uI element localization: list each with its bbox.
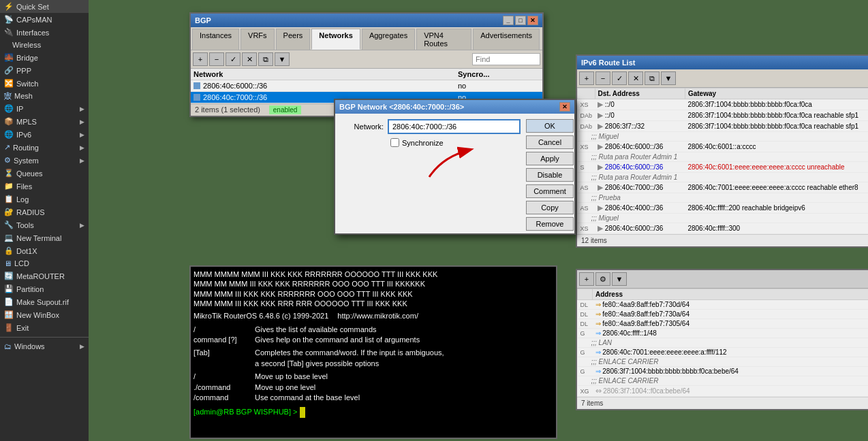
bgp-close-button[interactable]: ✕ — [527, 16, 538, 25]
sidebar-item-ppp[interactable]: 🔗 PPP — [0, 64, 89, 77]
remove-button[interactable]: Remove — [526, 217, 574, 231]
network-input[interactable] — [388, 119, 521, 134]
table-row[interactable]: XS ▶ ::/0 2806:3f7:1004:bbbb:bbbb:bbbb:f… — [578, 99, 869, 110]
flag-cell: DAb — [578, 110, 595, 121]
comment-cell: ;;; ENLACE CARRIER — [578, 376, 869, 386]
comment-button[interactable]: Comment — [526, 184, 574, 198]
terminal-prompt-line[interactable]: [admin@RB BGP WISPHUB] > — [193, 407, 553, 417]
sidebar-item-ipv6[interactable]: 🌐 IPv6 ▶ — [0, 128, 89, 141]
tab-vpn4routes[interactable]: VPN4 Routes — [416, 29, 471, 50]
remove-button[interactable]: − — [209, 52, 224, 66]
copy-button[interactable]: Copy — [526, 201, 574, 214]
flag-cell: AS — [578, 203, 595, 214]
comment-row: ;;; Ruta para Router Admin 1 — [578, 152, 869, 162]
network-value: 2806:40c:6000::/36 — [203, 82, 267, 90]
sidebar-item-exit[interactable]: 🚪 Exit — [0, 321, 89, 334]
comment-row: ;;; Miguel — [578, 132, 869, 142]
table-row[interactable]: DAb ▶ 2806:3f7::/32 2806:3f7:1004:bbbb:b… — [578, 121, 869, 132]
ipv6-check-button[interactable]: ✓ — [612, 71, 627, 85]
sidebar-item-label: Partition — [16, 285, 44, 293]
table-row[interactable]: G ⇒ 2806:3f7:1004:bbbb:bbbb:bbbb:f0ca:be… — [578, 367, 869, 376]
ipv6-window-titlebar[interactable]: IPv6 Route List _ □ ✕ — [577, 56, 868, 69]
disable-button[interactable]: Disable — [526, 168, 574, 182]
tab-aggregates[interactable]: Aggregates — [362, 29, 415, 50]
sidebar-item-routing[interactable]: ↗ Routing ▶ — [0, 141, 89, 154]
sidebar-item-label: Make Supout.rif — [16, 298, 69, 306]
sidebar-item-mesh[interactable]: 🕸 Mesh — [0, 90, 89, 102]
bgp-maximize-button[interactable]: □ — [515, 16, 526, 25]
ipv6-copy-button[interactable]: ⧉ — [645, 71, 660, 85]
sidebar-item-system[interactable]: ⚙ System ▶ — [0, 154, 89, 167]
sidebar-item-bridge[interactable]: 🌉 Bridge — [0, 51, 89, 64]
ipv6-route-table: Dst. Address Gateway Distance XS ▶ ::/0 … — [577, 88, 868, 234]
tab-networks[interactable]: Networks — [311, 29, 360, 50]
table-row[interactable]: G ⇒ 2806:40c:ffff::1/48 — [578, 329, 869, 338]
sidebar-item-new-winbox[interactable]: 🪟 New WinBox — [0, 308, 89, 321]
sidebar-item-quick-set[interactable]: ⚡ Quick Set — [0, 0, 89, 13]
search-input[interactable] — [472, 53, 540, 65]
bgp-window-title: BGP — [195, 16, 211, 24]
cancel-button[interactable]: Cancel — [526, 135, 574, 149]
sidebar-item-lcd[interactable]: 🖥 LCD — [0, 257, 89, 270]
dst-cell: ▶ 2806:40c:4000::/36 — [595, 203, 685, 214]
copy-button[interactable]: ⧉ — [258, 52, 273, 66]
table-row[interactable]: XS ▶ 2806:40c:6000::/36 2806:40c:ffff::3… — [578, 223, 869, 234]
table-row[interactable]: DAb ▶ ::/0 2806:3f7:1004:bbbb:bbbb:bbbb:… — [578, 110, 869, 121]
table-row[interactable]: 2806:40c:6000::/36 no — [191, 80, 542, 92]
apply-button[interactable]: Apply — [526, 152, 574, 165]
terminal-content[interactable]: MMM MMMM MMM III KKK KKK RRRRRRR OOOOOO … — [191, 267, 556, 438]
tab-advertisements[interactable]: Advertisements — [473, 29, 540, 50]
dialog-titlebar[interactable]: BGP Network <2806:40c:7000::/36> ✕ — [335, 100, 574, 114]
table-row[interactable]: DL ⇒ fe80::4aa9:8aff:feb7:7305/64 — [578, 319, 869, 329]
addr-cell: ⇒ fe80::4aa9:8aff:feb7:730d/64 — [593, 300, 869, 310]
table-row[interactable]: S ▶ 2806:40c:6000::/36 2806:40c:6001:eee… — [578, 162, 869, 173]
sidebar-item-switch[interactable]: 🔀 Switch — [0, 77, 89, 90]
bgp-window-titlebar[interactable]: BGP _ □ ✕ — [191, 14, 542, 27]
synchronize-checkbox[interactable] — [390, 138, 399, 147]
sidebar-item-radius[interactable]: 🔐 RADIUS — [0, 206, 89, 218]
table-row[interactable]: AS ▶ 2806:40c:4000::/36 2806:40c:ffff::2… — [578, 203, 869, 214]
sidebar-item-new-terminal[interactable]: 💻 New Terminal — [0, 231, 89, 244]
add-button[interactable]: + — [193, 52, 208, 66]
filter-button[interactable]: ▼ — [275, 52, 290, 66]
sidebar-item-mpls[interactable]: 📦 MPLS ▶ — [0, 115, 89, 128]
tab-instances[interactable]: Instances — [192, 29, 239, 50]
dot1x-icon: 🔒 — [4, 246, 14, 255]
sidebar-item-metarouter[interactable]: 🔄 MetaROUTER — [0, 270, 89, 282]
check-button[interactable]: ✓ — [226, 52, 241, 66]
table-row[interactable]: DL ⇒ fe80::4aa9:8aff:feb7:730d/64 — [578, 300, 869, 310]
ipv6-icon: 🌐 — [4, 130, 14, 139]
table-row[interactable]: XS ▶ 2806:40c:6000::/36 2806:40c:6001::a… — [578, 142, 869, 152]
dst-cell: ▶ 2806:40c:6000::/36 — [595, 223, 685, 234]
sidebar-item-wireless[interactable]: Wireless — [0, 39, 89, 51]
ipv6-add-button[interactable]: + — [579, 71, 594, 85]
bgp-minimize-button[interactable]: _ — [503, 16, 514, 25]
table-row[interactable]: DL ⇒ fe80::4aa9:8aff:feb7:730a/64 — [578, 310, 869, 319]
addr-btn1[interactable]: + — [579, 272, 594, 286]
sidebar-item-dot1x[interactable]: 🔒 Dot1X — [0, 244, 89, 257]
ipv6-disable-button[interactable]: − — [595, 71, 610, 85]
sidebar-item-queues[interactable]: ⏳ Queues — [0, 167, 89, 180]
addr-btn2[interactable]: ⚙ — [595, 272, 610, 286]
sidebar-item-interfaces[interactable]: 🔌 Interfaces — [0, 26, 89, 39]
tools-icon: 🔧 — [4, 220, 14, 229]
tab-peers[interactable]: Peers — [276, 29, 311, 50]
x-button[interactable]: ✕ — [242, 52, 257, 66]
sidebar-item-windows[interactable]: 🗂 Windows ▶ — [0, 340, 89, 353]
sidebar-item-make-supout[interactable]: 📄 Make Supout.rif — [0, 295, 89, 308]
sidebar-item-files[interactable]: 📁 Files — [0, 180, 89, 193]
tab-vrfs[interactable]: VRFs — [241, 29, 275, 50]
table-row[interactable]: G ⇒ 2806:40c:7001:eeee:eeee:eeee:a:ffff/… — [578, 348, 869, 357]
table-row[interactable]: XG ⇔ 2806:3f7:1004::f0ca:bebe/64 — [578, 386, 869, 397]
sidebar-item-capsman[interactable]: 📡 CAPsMAN — [0, 13, 89, 26]
sidebar-item-partition[interactable]: 💾 Partition — [0, 282, 89, 295]
ipv6-filter-button[interactable]: ▼ — [661, 71, 676, 85]
addr-btn3[interactable]: ▼ — [612, 272, 627, 286]
sidebar-item-ip[interactable]: 🌐 IP ▶ — [0, 102, 89, 115]
table-row[interactable]: AS ▶ 2806:40c:7000::/36 2806:40c:7001:ee… — [578, 182, 869, 193]
ok-button[interactable]: OK — [526, 119, 574, 133]
sidebar-item-tools[interactable]: 🔧 Tools ▶ — [0, 218, 89, 231]
dialog-close-button[interactable]: ✕ — [559, 102, 570, 112]
sidebar-item-log[interactable]: 📋 Log — [0, 193, 89, 206]
ipv6-x-button[interactable]: ✕ — [628, 71, 643, 85]
